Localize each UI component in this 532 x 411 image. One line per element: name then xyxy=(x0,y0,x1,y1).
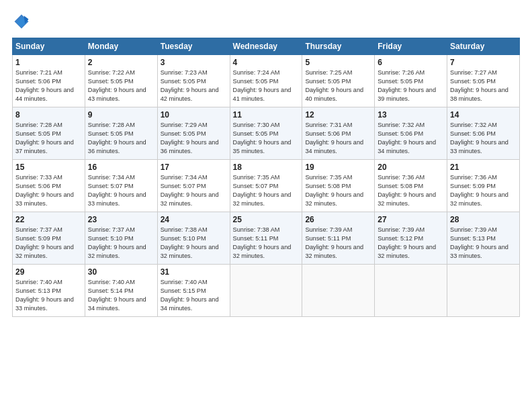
day-content: Sunrise: 7:39 AMSunset: 5:13 PMDaylight:… xyxy=(450,226,517,261)
day-cell: 19 Sunrise: 7:35 AMSunset: 5:08 PMDaylig… xyxy=(302,160,375,212)
day-number: 31 xyxy=(161,267,227,277)
day-number: 28 xyxy=(450,215,517,224)
day-number: 15 xyxy=(15,163,82,172)
day-cell: 14 Sunrise: 7:32 AMSunset: 5:06 PMDaylig… xyxy=(447,107,520,160)
day-cell: 22 Sunrise: 7:37 AMSunset: 5:09 PMDaylig… xyxy=(13,212,85,265)
day-cell: 4 Sunrise: 7:24 AMSunset: 5:05 PMDayligh… xyxy=(230,55,302,107)
day-number: 30 xyxy=(88,267,154,277)
day-content: Sunrise: 7:36 AMSunset: 5:08 PMDaylight:… xyxy=(378,173,444,208)
day-number: 18 xyxy=(233,163,300,172)
day-cell: 20 Sunrise: 7:36 AMSunset: 5:08 PMDaylig… xyxy=(375,160,447,212)
day-cell: 30 Sunrise: 7:40 AMSunset: 5:14 PMDaylig… xyxy=(85,265,157,317)
day-content: Sunrise: 7:33 AMSunset: 5:06 PMDaylight:… xyxy=(15,173,82,208)
weekday-monday: Monday xyxy=(85,38,157,55)
day-number: 11 xyxy=(233,110,300,120)
day-cell: 16 Sunrise: 7:34 AMSunset: 5:07 PMDaylig… xyxy=(85,160,157,212)
day-content: Sunrise: 7:36 AMSunset: 5:09 PMDaylight:… xyxy=(450,173,517,208)
day-cell: 13 Sunrise: 7:32 AMSunset: 5:06 PMDaylig… xyxy=(375,107,447,160)
day-cell xyxy=(302,265,375,317)
day-content: Sunrise: 7:39 AMSunset: 5:11 PMDaylight:… xyxy=(305,226,371,261)
day-content: Sunrise: 7:24 AMSunset: 5:05 PMDaylight:… xyxy=(233,68,300,103)
day-content: Sunrise: 7:40 AMSunset: 5:13 PMDaylight:… xyxy=(15,278,82,313)
day-cell: 8 Sunrise: 7:28 AMSunset: 5:05 PMDayligh… xyxy=(13,107,85,160)
day-content: Sunrise: 7:30 AMSunset: 5:05 PMDaylight:… xyxy=(233,121,300,156)
day-number: 9 xyxy=(88,110,154,120)
calendar-table: SundayMondayTuesdayWednesdayThursdayFrid… xyxy=(12,38,520,317)
week-row-5: 29 Sunrise: 7:40 AMSunset: 5:13 PMDaylig… xyxy=(13,265,520,317)
day-number: 10 xyxy=(161,110,227,120)
page: SundayMondayTuesdayWednesdayThursdayFrid… xyxy=(0,0,532,411)
day-cell: 28 Sunrise: 7:39 AMSunset: 5:13 PMDaylig… xyxy=(447,212,520,265)
day-number: 23 xyxy=(88,215,154,224)
day-number: 7 xyxy=(450,58,517,67)
day-content: Sunrise: 7:38 AMSunset: 5:11 PMDaylight:… xyxy=(233,226,300,261)
weekday-sunday: Sunday xyxy=(13,38,85,55)
day-number: 8 xyxy=(15,110,82,120)
day-number: 29 xyxy=(15,267,82,277)
day-cell: 21 Sunrise: 7:36 AMSunset: 5:09 PMDaylig… xyxy=(447,160,520,212)
day-cell: 25 Sunrise: 7:38 AMSunset: 5:11 PMDaylig… xyxy=(230,212,302,265)
day-number: 24 xyxy=(161,215,227,224)
day-content: Sunrise: 7:27 AMSunset: 5:05 PMDaylight:… xyxy=(450,68,517,103)
logo xyxy=(12,12,34,31)
day-number: 13 xyxy=(378,110,444,120)
day-content: Sunrise: 7:28 AMSunset: 5:05 PMDaylight:… xyxy=(88,121,154,156)
weekday-saturday: Saturday xyxy=(447,38,520,55)
day-cell: 29 Sunrise: 7:40 AMSunset: 5:13 PMDaylig… xyxy=(13,265,85,317)
day-content: Sunrise: 7:25 AMSunset: 5:05 PMDaylight:… xyxy=(305,68,371,103)
day-cell: 18 Sunrise: 7:35 AMSunset: 5:07 PMDaylig… xyxy=(230,160,302,212)
day-cell: 1 Sunrise: 7:21 AMSunset: 5:06 PMDayligh… xyxy=(13,55,85,107)
day-cell: 10 Sunrise: 7:29 AMSunset: 5:05 PMDaylig… xyxy=(157,107,230,160)
day-cell: 12 Sunrise: 7:31 AMSunset: 5:06 PMDaylig… xyxy=(302,107,375,160)
day-cell: 6 Sunrise: 7:26 AMSunset: 5:05 PMDayligh… xyxy=(375,55,447,107)
day-number: 21 xyxy=(450,163,517,172)
day-number: 3 xyxy=(161,58,227,67)
day-content: Sunrise: 7:32 AMSunset: 5:06 PMDaylight:… xyxy=(450,121,517,156)
day-cell: 31 Sunrise: 7:40 AMSunset: 5:15 PMDaylig… xyxy=(157,265,230,317)
day-number: 2 xyxy=(88,58,154,67)
day-content: Sunrise: 7:22 AMSunset: 5:05 PMDaylight:… xyxy=(88,68,154,103)
day-content: Sunrise: 7:28 AMSunset: 5:05 PMDaylight:… xyxy=(15,121,82,156)
weekday-thursday: Thursday xyxy=(302,38,375,55)
day-number: 14 xyxy=(450,110,517,120)
weekday-header-row: SundayMondayTuesdayWednesdayThursdayFrid… xyxy=(13,38,520,55)
day-cell: 26 Sunrise: 7:39 AMSunset: 5:11 PMDaylig… xyxy=(302,212,375,265)
day-content: Sunrise: 7:37 AMSunset: 5:10 PMDaylight:… xyxy=(88,226,154,261)
day-number: 19 xyxy=(305,163,371,172)
day-content: Sunrise: 7:37 AMSunset: 5:09 PMDaylight:… xyxy=(15,226,82,261)
day-cell: 24 Sunrise: 7:38 AMSunset: 5:10 PMDaylig… xyxy=(157,212,230,265)
day-content: Sunrise: 7:34 AMSunset: 5:07 PMDaylight:… xyxy=(88,173,154,208)
week-row-1: 1 Sunrise: 7:21 AMSunset: 5:06 PMDayligh… xyxy=(13,55,520,107)
header xyxy=(12,12,520,31)
day-number: 5 xyxy=(305,58,371,67)
day-cell: 11 Sunrise: 7:30 AMSunset: 5:05 PMDaylig… xyxy=(230,107,302,160)
day-number: 27 xyxy=(378,215,444,224)
day-cell: 27 Sunrise: 7:39 AMSunset: 5:12 PMDaylig… xyxy=(375,212,447,265)
day-content: Sunrise: 7:21 AMSunset: 5:06 PMDaylight:… xyxy=(15,68,82,103)
day-content: Sunrise: 7:39 AMSunset: 5:12 PMDaylight:… xyxy=(378,226,444,261)
day-cell: 5 Sunrise: 7:25 AMSunset: 5:05 PMDayligh… xyxy=(302,55,375,107)
day-number: 12 xyxy=(305,110,371,120)
day-number: 4 xyxy=(233,58,300,67)
day-cell: 3 Sunrise: 7:23 AMSunset: 5:05 PMDayligh… xyxy=(157,55,230,107)
weekday-tuesday: Tuesday xyxy=(157,38,230,55)
day-number: 20 xyxy=(378,163,444,172)
day-cell: 17 Sunrise: 7:34 AMSunset: 5:07 PMDaylig… xyxy=(157,160,230,212)
day-content: Sunrise: 7:34 AMSunset: 5:07 PMDaylight:… xyxy=(161,173,227,208)
day-cell xyxy=(375,265,447,317)
day-content: Sunrise: 7:29 AMSunset: 5:05 PMDaylight:… xyxy=(161,121,227,156)
day-number: 25 xyxy=(233,215,300,224)
day-cell: 2 Sunrise: 7:22 AMSunset: 5:05 PMDayligh… xyxy=(85,55,157,107)
weekday-friday: Friday xyxy=(375,38,447,55)
day-number: 22 xyxy=(15,215,82,224)
day-content: Sunrise: 7:40 AMSunset: 5:14 PMDaylight:… xyxy=(88,278,154,313)
day-content: Sunrise: 7:40 AMSunset: 5:15 PMDaylight:… xyxy=(161,278,227,313)
day-content: Sunrise: 7:26 AMSunset: 5:05 PMDaylight:… xyxy=(378,68,444,103)
logo-icon xyxy=(12,12,31,31)
day-content: Sunrise: 7:23 AMSunset: 5:05 PMDaylight:… xyxy=(161,68,227,103)
day-content: Sunrise: 7:35 AMSunset: 5:07 PMDaylight:… xyxy=(233,173,300,208)
day-cell: 23 Sunrise: 7:37 AMSunset: 5:10 PMDaylig… xyxy=(85,212,157,265)
day-cell: 9 Sunrise: 7:28 AMSunset: 5:05 PMDayligh… xyxy=(85,107,157,160)
day-number: 17 xyxy=(161,163,227,172)
week-row-2: 8 Sunrise: 7:28 AMSunset: 5:05 PMDayligh… xyxy=(13,107,520,160)
